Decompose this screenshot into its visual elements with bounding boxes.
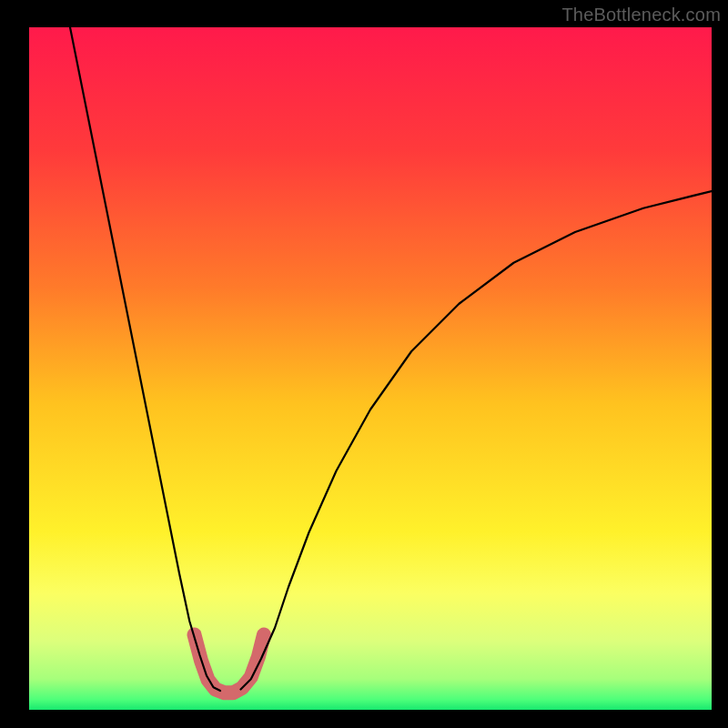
bottleneck-chart bbox=[0, 0, 728, 728]
plot-background bbox=[29, 27, 712, 710]
chart-frame: TheBottleneck.com bbox=[0, 0, 728, 728]
watermark-text: TheBottleneck.com bbox=[561, 5, 721, 25]
